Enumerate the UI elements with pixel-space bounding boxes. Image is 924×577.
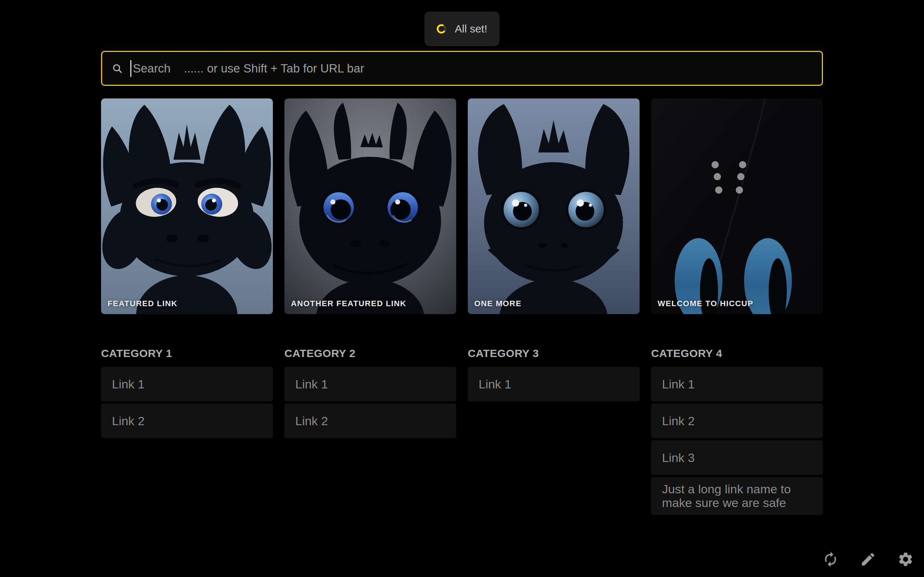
category-3: CATEGORY 3 Link 1 bbox=[468, 347, 640, 403]
featured-card-label: WELCOME TO HICCUP bbox=[657, 299, 753, 308]
link-label: Link 2 bbox=[112, 414, 145, 428]
progress-spinner-icon bbox=[436, 23, 447, 35]
link-label: Link 1 bbox=[295, 377, 328, 391]
category-title: CATEGORY 1 bbox=[101, 347, 273, 359]
category-link[interactable]: Link 1 bbox=[651, 367, 823, 401]
category-link[interactable]: Link 3 bbox=[651, 440, 823, 475]
category-link[interactable]: Just a long link name to make sure we ar… bbox=[651, 477, 823, 515]
link-label: Link 2 bbox=[295, 414, 328, 428]
featured-card-label: ONE MORE bbox=[474, 299, 522, 308]
search-icon bbox=[111, 63, 123, 74]
featured-card-1[interactable]: FEATURED LINK bbox=[101, 98, 273, 314]
toast-message: All set! bbox=[455, 23, 487, 35]
category-title: CATEGORY 2 bbox=[284, 347, 456, 359]
featured-card-label: FEATURED LINK bbox=[108, 299, 178, 308]
link-label: Link 1 bbox=[478, 377, 512, 391]
search-input[interactable] bbox=[131, 62, 813, 76]
category-2: CATEGORY 2 Link 1 Link 2 bbox=[284, 347, 456, 440]
link-label: Just a long link name to make sure we ar… bbox=[662, 482, 809, 510]
refresh-icon[interactable] bbox=[822, 551, 839, 567]
category-link[interactable]: Link 1 bbox=[284, 367, 456, 401]
featured-card-2[interactable]: ANOTHER FEATURED LINK bbox=[284, 98, 456, 314]
category-4: CATEGORY 4 Link 1 Link 2 Link 3 Just a l… bbox=[651, 347, 823, 517]
settings-icon[interactable] bbox=[897, 551, 914, 567]
dragon-image-3 bbox=[468, 98, 640, 314]
main-content: FEATURED LINK bbox=[101, 51, 823, 517]
featured-cards-row: FEATURED LINK bbox=[101, 98, 823, 314]
search-bar[interactable] bbox=[101, 51, 823, 86]
category-link[interactable]: Link 1 bbox=[101, 367, 273, 401]
footer-actions bbox=[822, 551, 914, 567]
category-link[interactable]: Link 1 bbox=[468, 367, 640, 401]
featured-card-label: ANOTHER FEATURED LINK bbox=[291, 299, 406, 308]
start-page: All set! bbox=[0, 0, 924, 577]
dragon-image-2 bbox=[284, 98, 456, 314]
category-1: CATEGORY 1 Link 1 Link 2 bbox=[101, 347, 273, 440]
link-label: Link 1 bbox=[662, 377, 695, 391]
dragon-image-1 bbox=[101, 98, 273, 314]
link-label: Link 1 bbox=[112, 377, 145, 391]
category-title: CATEGORY 4 bbox=[651, 347, 823, 359]
link-label: Link 3 bbox=[662, 451, 695, 464]
category-link[interactable]: Link 2 bbox=[284, 403, 456, 438]
toothless-eyes-image bbox=[651, 98, 823, 314]
featured-card-4[interactable]: WELCOME TO HICCUP bbox=[651, 98, 823, 314]
category-link[interactable]: Link 2 bbox=[101, 403, 273, 438]
category-title: CATEGORY 3 bbox=[468, 347, 640, 359]
link-label: Link 2 bbox=[662, 414, 695, 428]
categories-grid: CATEGORY 1 Link 1 Link 2 CATEGORY 2 Link… bbox=[101, 347, 823, 517]
featured-card-3[interactable]: ONE MORE bbox=[468, 98, 640, 314]
category-link[interactable]: Link 2 bbox=[651, 403, 823, 438]
edit-icon[interactable] bbox=[860, 551, 876, 567]
toast-all-set: All set! bbox=[425, 11, 499, 46]
